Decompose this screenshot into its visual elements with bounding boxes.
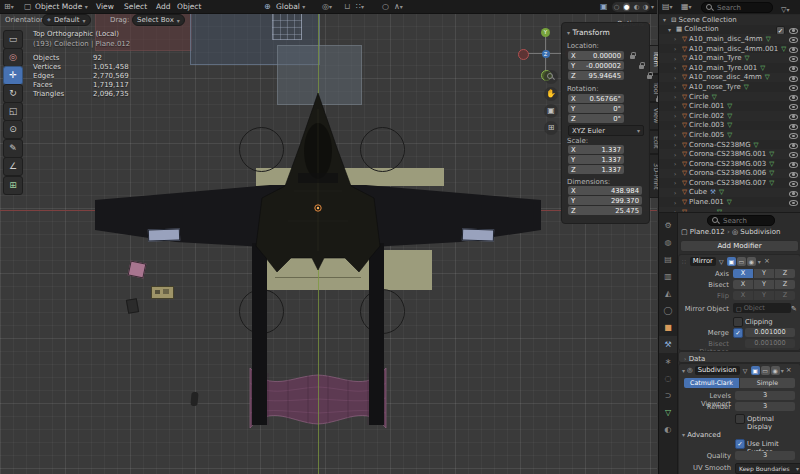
flip-z-button[interactable]: Z (775, 291, 795, 300)
outliner-item[interactable]: ›▽Circle.003▽ (659, 121, 800, 131)
location-z-field[interactable]: Z95.94645 (568, 71, 624, 80)
location-x-field[interactable]: X0.00000 (568, 51, 624, 60)
eyedropper-icon[interactable]: ✎ (791, 305, 797, 313)
tab-world[interactable]: ◯ (659, 302, 677, 319)
eye-icon[interactable] (789, 150, 798, 158)
eye-icon[interactable] (789, 74, 798, 82)
outliner-filter-icon[interactable]: ▽▾ (781, 3, 789, 16)
outliner-item[interactable]: ›▽Plane.001▽ (659, 197, 800, 207)
aircraft-fuselage[interactable] (254, 91, 382, 275)
transform-orientation-dropdown[interactable]: Global ▾ (276, 0, 305, 13)
catmull-clark-button[interactable]: Catmull-Clark (684, 378, 740, 388)
show-edit-mode-icon[interactable]: ▣ (727, 257, 736, 266)
eye-icon[interactable] (789, 64, 798, 72)
dimensions-z-field[interactable]: Z25.475 (568, 206, 642, 215)
tab-constraints[interactable]: ⊃ (659, 387, 677, 404)
tab-particles[interactable]: ∗ (659, 353, 677, 370)
outliner-item[interactable]: ›▽A10_main_disc_4mm▽ (659, 34, 800, 44)
small-object-dark[interactable] (126, 298, 139, 314)
outliner-item[interactable]: ›▽Corona-CS238MG▽ (659, 140, 800, 150)
outliner-item[interactable]: ›▽Corona-CS238MG.003▽ (659, 159, 800, 169)
outliner-item[interactable]: ›▽Circle.002▽ (659, 111, 800, 121)
outliner-collection[interactable]: ▾▦ Collection ✓ (659, 25, 800, 35)
gizmo-z-center[interactable]: Z (542, 50, 550, 58)
menu-view[interactable]: View (96, 0, 114, 13)
outliner-item[interactable]: ›▽A10_nose_Tyre▽ (659, 82, 800, 92)
show-viewport-icon[interactable]: ▭ (761, 366, 770, 375)
panel-expand-chevron[interactable]: ▾ (682, 364, 685, 377)
clipping-checkbox[interactable] (733, 317, 743, 327)
tool-measure[interactable]: ∠ (3, 157, 23, 176)
close-icon[interactable]: × (764, 257, 770, 265)
simple-button[interactable]: Simple (740, 378, 795, 388)
close-icon[interactable]: × (786, 366, 792, 374)
small-object-capsule[interactable] (190, 392, 198, 407)
menu-select[interactable]: Select (124, 0, 147, 13)
drag-dropdown[interactable]: Select Box ▾ (132, 14, 185, 26)
advanced-section-header[interactable]: ▾ Advanced (682, 428, 721, 441)
outliner-item[interactable]: ›▽Corona-CS238MG.001▽ (659, 149, 800, 159)
axis-x-button[interactable]: X (733, 269, 754, 278)
tool-select-box[interactable]: ▭ (3, 30, 23, 49)
eye-icon[interactable] (789, 131, 798, 139)
breadcrumb-object[interactable]: Plane.012 (690, 228, 725, 236)
orientation-dropdown[interactable]: ⌖ Default ▾ (42, 14, 91, 26)
show-on-cage-icon[interactable]: ▽ (717, 257, 726, 266)
menu-add[interactable]: Add (156, 0, 171, 13)
axis-y-button[interactable]: Y (754, 269, 775, 278)
eye-icon[interactable] (789, 26, 798, 34)
axis-z-button[interactable]: Z (775, 269, 795, 278)
eye-icon[interactable] (789, 83, 798, 91)
bisect-y-button[interactable]: Y (754, 280, 775, 289)
lock-icon[interactable] (639, 62, 645, 70)
flip-x-button[interactable]: X (733, 291, 754, 300)
bisect-z-button[interactable]: Z (775, 280, 795, 289)
snap-target-icon[interactable]: ∷▾ (356, 0, 364, 13)
outliner-editor-icon[interactable]: ▤▾ (662, 0, 673, 13)
pan-hand-button[interactable]: ✋ (544, 87, 558, 101)
modifier-menu-chevron[interactable]: ▾ (781, 364, 784, 377)
show-viewport-icon[interactable]: ▭ (737, 257, 746, 266)
tab-view-layer[interactable]: ▥ (659, 268, 677, 285)
rotation-mode-dropdown[interactable]: XYZ Euler▾ (568, 125, 644, 136)
zoom-button[interactable] (544, 70, 558, 84)
use-limit-surface-checkbox[interactable]: ✓ (735, 439, 745, 449)
rotation-x-field[interactable]: X0.56766° (568, 94, 624, 103)
tab-modifiers[interactable]: ⚒ (659, 336, 677, 353)
shading-solid-icon[interactable]: ● (623, 3, 631, 11)
merge-checkbox[interactable]: ✓ (733, 328, 743, 338)
small-object-pink[interactable] (128, 261, 147, 279)
eye-icon[interactable] (789, 54, 798, 62)
tool-move[interactable]: ✛ (3, 66, 23, 85)
outliner-item[interactable]: ›▽A10_main_Tyre▽ (659, 53, 800, 63)
tab-output[interactable]: ▤ (659, 251, 677, 268)
outliner-item[interactable]: ›▽A10_nose_disc_4mm▽ (659, 73, 800, 83)
eye-icon[interactable] (789, 198, 798, 206)
data-section-header[interactable]: › Data (678, 351, 800, 363)
modifier-menu-chevron[interactable]: ▾ (758, 255, 761, 268)
tab-material[interactable]: ◐ (659, 421, 677, 438)
dimensions-y-field[interactable]: Y299.370 (568, 196, 642, 205)
show-on-cage-icon[interactable]: ▽ (741, 366, 750, 375)
tab-object-data[interactable]: ▽ (659, 404, 677, 421)
proportional-falloff-icon[interactable]: ∧▾ (394, 0, 403, 13)
tool-transform[interactable]: ⊙ (3, 120, 23, 139)
tab-scene[interactable]: ◭ (659, 285, 677, 302)
render-field[interactable]: 3 (735, 402, 795, 411)
outliner-item[interactable]: ›▽Circle.001▽ (659, 101, 800, 111)
gizmo-y-pos[interactable]: Y (541, 28, 550, 37)
outliner-scene-collection[interactable]: ▾⊟ Scene Collection (659, 15, 800, 25)
shading-material-icon[interactable]: ◐ (634, 3, 640, 11)
show-render-icon[interactable]: ◉ (771, 366, 780, 375)
rotation-y-field[interactable]: Y0° (568, 104, 624, 113)
snap-magnet-icon[interactable]: ⊔ (344, 0, 350, 13)
lock-icon[interactable] (647, 72, 653, 80)
pivot-point-icon[interactable]: ◎▾ (322, 0, 332, 13)
3d-viewport[interactable]: Top Orthographic (Local) (193) Collectio… (0, 13, 657, 474)
camera-view-button[interactable]: ▣ (544, 104, 558, 118)
tab-object[interactable]: ■ (659, 319, 677, 336)
outliner-display-mode-icon[interactable]: ▦▾ (681, 0, 692, 13)
quality-field[interactable]: 3 (735, 451, 795, 460)
subdivision-modifier-name[interactable]: Subdivision (695, 366, 740, 375)
eye-icon[interactable] (789, 141, 798, 149)
